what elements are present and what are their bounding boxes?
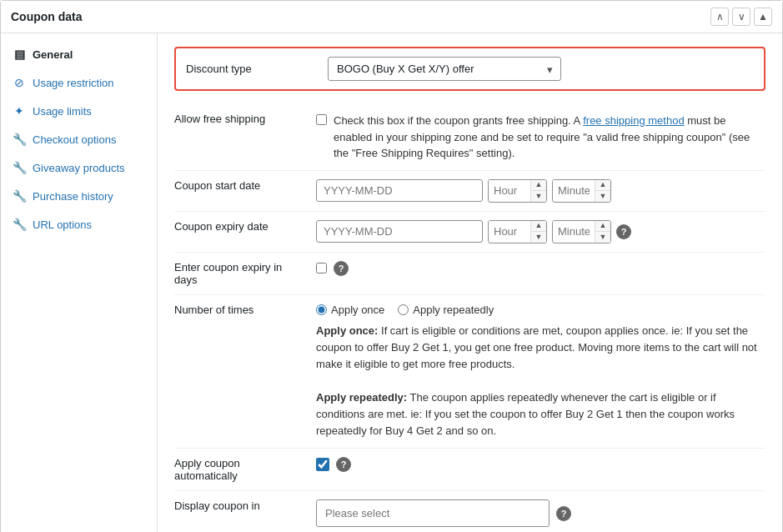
coupon-start-date-row: Coupon start date ▲ ▼ xyxy=(174,171,765,212)
free-shipping-field: Check this box if the coupon grants free… xyxy=(316,113,765,162)
number-of-times-field: Apply once Apply repeatedly Apply once: … xyxy=(316,304,765,440)
window-title: Coupon data xyxy=(11,10,83,23)
display-coupon-in-field: ? xyxy=(316,499,765,527)
sidebar-item-url-options-label: URL options xyxy=(33,218,92,231)
start-minute-spinner: ▲ ▼ xyxy=(552,179,611,203)
expiry-hour-spinner-buttons: ▲ ▼ xyxy=(530,221,546,243)
number-of-times-row: Number of times Apply once Apply repeate… xyxy=(174,295,765,449)
expiry-date-inputs: ▲ ▼ ▲ ▼ ? xyxy=(316,220,765,243)
expiry-hour-down[interactable]: ▼ xyxy=(531,232,546,243)
sidebar-item-giveaway-products-label: Giveaway products xyxy=(33,162,125,174)
fullscreen-button[interactable]: ▲ xyxy=(754,8,772,26)
window-controls: ∧ ∨ ▲ xyxy=(710,8,772,26)
apply-repeatedly-radio[interactable] xyxy=(398,304,409,315)
expiry-date-help-icon[interactable]: ? xyxy=(616,224,631,239)
display-coupon-in-help-icon[interactable]: ? xyxy=(556,506,571,521)
sidebar-item-giveaway-products[interactable]: 🔧 Giveaway products xyxy=(1,153,157,182)
sidebar-item-checkout-options-label: Checkout options xyxy=(33,133,116,146)
discount-type-row: Discount type BOGO (Buy X Get X/Y) offer… xyxy=(174,47,765,91)
apply-auto-checkbox-row: ? xyxy=(316,457,765,472)
free-shipping-checkbox-row: Check this box if the coupon grants free… xyxy=(316,113,765,162)
apply-repeatedly-option[interactable]: Apply repeatedly xyxy=(398,304,494,316)
apply-coupon-automatically-row: Apply coupon automatically ? xyxy=(174,449,765,491)
expiry-hour-spinner: ▲ ▼ xyxy=(488,220,547,243)
apply-coupon-automatically-label: Apply coupon automatically xyxy=(174,457,316,482)
coupon-expiry-date-row: Coupon expiry date ▲ ▼ xyxy=(174,212,765,253)
general-icon: ▤ xyxy=(13,48,26,61)
coupon-expiry-days-row: Enter coupon expiry in days ? xyxy=(174,253,765,295)
free-shipping-checkbox[interactable] xyxy=(316,114,327,125)
sidebar-item-url-options[interactable]: 🔧 URL options xyxy=(1,210,157,238)
expiry-hour-up[interactable]: ▲ xyxy=(531,221,546,232)
purchase-history-icon: 🔧 xyxy=(13,189,26,203)
display-coupon-in-label: Display coupon in xyxy=(174,499,316,512)
coupon-expiry-date-field: ▲ ▼ ▲ ▼ ? xyxy=(316,220,765,243)
start-hour-up[interactable]: ▲ xyxy=(531,180,546,191)
coupon-expiry-date-label: Coupon expiry date xyxy=(174,220,316,233)
start-hour-spinner: ▲ ▼ xyxy=(488,179,547,203)
sidebar-item-usage-limits-label: Usage limits xyxy=(33,105,92,118)
apply-auto-checkbox[interactable] xyxy=(316,458,329,471)
discount-type-select[interactable]: BOGO (Buy X Get X/Y) offer Fixed cart di… xyxy=(328,57,561,81)
content-area: Discount type BOGO (Buy X Get X/Y) offer… xyxy=(158,33,782,532)
discount-type-label: Discount type xyxy=(186,63,328,75)
free-shipping-row: Allow free shipping Check this box if th… xyxy=(174,104,765,171)
expiry-minute-input[interactable] xyxy=(553,221,595,242)
start-date-inputs: ▲ ▼ ▲ ▼ xyxy=(316,179,765,203)
coupon-expiry-days-field: ? xyxy=(316,261,765,276)
expiry-days-help-icon[interactable]: ? xyxy=(334,261,349,276)
coupon-start-date-field: ▲ ▼ ▲ ▼ xyxy=(316,179,765,203)
display-coupon-in-wrapper: ? xyxy=(316,499,765,527)
expand-button[interactable]: ∨ xyxy=(732,8,750,26)
free-shipping-label: Allow free shipping xyxy=(174,113,316,125)
discount-type-select-wrapper: BOGO (Buy X Get X/Y) offer Fixed cart di… xyxy=(328,57,561,81)
apply-coupon-automatically-field: ? xyxy=(316,457,765,472)
usage-restriction-icon: ⊘ xyxy=(13,76,26,89)
discount-type-field: BOGO (Buy X Get X/Y) offer Fixed cart di… xyxy=(328,57,754,81)
coupon-expiry-days-checkbox[interactable] xyxy=(316,263,327,274)
start-minute-spinner-buttons: ▲ ▼ xyxy=(595,180,610,202)
sidebar-item-usage-limits[interactable]: ✦ Usage limits xyxy=(1,97,157,125)
sidebar-item-purchase-history-label: Purchase history xyxy=(33,190,113,203)
expiry-minute-spinner-buttons: ▲ ▼ xyxy=(595,221,610,243)
start-date-input[interactable] xyxy=(316,179,483,202)
expiry-minute-spinner: ▲ ▼ xyxy=(552,220,611,243)
start-hour-input[interactable] xyxy=(489,180,530,201)
expiry-date-input[interactable] xyxy=(316,220,483,243)
start-hour-down[interactable]: ▼ xyxy=(531,191,546,202)
coupon-start-date-label: Coupon start date xyxy=(174,179,316,192)
checkout-options-icon: 🔧 xyxy=(13,133,26,146)
display-coupon-in-row: Display coupon in ? xyxy=(174,491,765,532)
apply-auto-help-icon[interactable]: ? xyxy=(336,457,351,472)
expiry-minute-down[interactable]: ▼ xyxy=(595,232,610,243)
sidebar-item-purchase-history[interactable]: 🔧 Purchase history xyxy=(1,182,157,210)
apply-once-radio[interactable] xyxy=(316,304,327,315)
usage-limits-icon: ✦ xyxy=(13,104,26,118)
free-shipping-description: Check this box if the coupon grants free… xyxy=(334,113,765,162)
expiry-minute-up[interactable]: ▲ xyxy=(595,221,610,232)
free-shipping-method-link[interactable]: free shipping method xyxy=(583,114,684,127)
start-minute-input[interactable] xyxy=(553,180,595,201)
coupon-data-window: Coupon data ∧ ∨ ▲ ▤ General ⊘ Usage rest… xyxy=(0,0,783,532)
sidebar-item-general[interactable]: ▤ General xyxy=(1,40,157,68)
main-layout: ▤ General ⊘ Usage restriction ✦ Usage li… xyxy=(1,33,782,532)
sidebar-item-checkout-options[interactable]: 🔧 Checkout options xyxy=(1,125,157,153)
collapse-button[interactable]: ∧ xyxy=(710,8,729,26)
start-hour-spinner-buttons: ▲ ▼ xyxy=(530,180,546,202)
number-of-times-label: Number of times xyxy=(174,304,316,316)
giveaway-products-icon: 🔧 xyxy=(13,161,26,174)
sidebar: ▤ General ⊘ Usage restriction ✦ Usage li… xyxy=(1,33,158,532)
sidebar-item-general-label: General xyxy=(33,48,73,61)
start-minute-up[interactable]: ▲ xyxy=(595,180,610,191)
expiry-hour-input[interactable] xyxy=(489,221,530,242)
sidebar-item-usage-restriction[interactable]: ⊘ Usage restriction xyxy=(1,68,157,97)
window-header: Coupon data ∧ ∨ ▲ xyxy=(1,1,782,33)
coupon-expiry-days-label: Enter coupon expiry in days xyxy=(174,261,316,286)
apply-once-option[interactable]: Apply once xyxy=(316,304,384,316)
expiry-days-checkbox-row: ? xyxy=(316,261,765,276)
display-coupon-in-input[interactable] xyxy=(316,499,550,527)
start-minute-down[interactable]: ▼ xyxy=(595,191,610,202)
number-of-times-radio-group: Apply once Apply repeatedly xyxy=(316,304,765,316)
sidebar-item-usage-restriction-label: Usage restriction xyxy=(33,77,114,89)
number-of-times-description: Apply once: If cart is eligible or condi… xyxy=(316,323,765,440)
